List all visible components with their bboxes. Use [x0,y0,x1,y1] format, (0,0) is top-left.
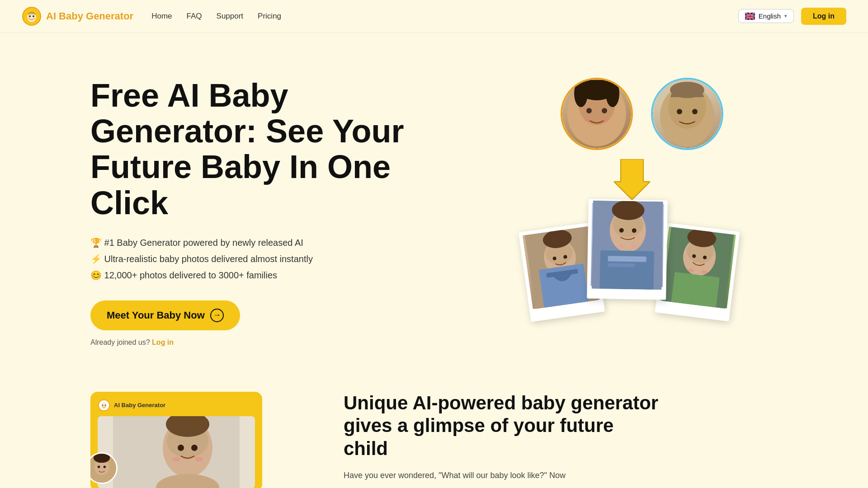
svg-point-22 [693,119,699,122]
baby2-svg [591,200,663,290]
chevron-down-icon: ▾ [784,13,787,19]
language-label: English [759,12,781,20]
dad-avatar [651,78,723,150]
svg-point-4 [28,18,30,19]
svg-point-60 [191,445,198,451]
already-text-static: Already joined us? [90,338,150,346]
lower-right-content: Unique AI-powered baby generator gives a… [344,392,660,482]
feature-item-1: 🏆 #1 Baby Generator powered by newly rel… [90,237,407,248]
cta-label: Meet Your Baby Now [107,310,205,321]
logo[interactable]: AI Baby Generator [22,6,133,26]
svg-point-62 [172,457,180,461]
nav-link-faq[interactable]: FAQ [187,12,202,20]
navbar-right: English ▾ Log in [738,8,846,25]
svg-point-19 [692,109,698,114]
uk-flag-icon [745,13,755,20]
svg-point-18 [677,109,682,114]
svg-point-5 [33,18,36,19]
hero-left: Free AI Baby Generator: See Your Future … [90,69,407,347]
lower-section: AI Baby Generator [0,374,868,488]
baby3-svg [662,227,734,309]
svg-rect-39 [608,256,646,262]
nav-item-support[interactable]: Support [217,12,244,21]
brand-name: AI Baby Generator [46,10,133,22]
lower-title: Unique AI-powered baby generator gives a… [344,392,660,460]
svg-point-14 [585,118,591,122]
login-link[interactable]: Log in [152,338,174,346]
small-avatar-svg [90,452,116,484]
baby-polaroid-2 [587,199,668,300]
app-preview-header: AI Baby Generator [98,399,255,412]
app-preview-frame: AI Baby Generator [90,392,262,488]
svg-point-53 [101,403,107,409]
svg-point-55 [105,404,106,406]
nav-item-pricing[interactable]: Pricing [258,12,281,21]
svg-point-54 [102,404,104,406]
navbar: AI Baby Generator Home FAQ Support Prici… [0,0,868,33]
already-joined-text: Already joined us? Log in [90,338,407,347]
svg-point-15 [603,118,609,122]
svg-marker-23 [614,159,650,200]
navbar-left: AI Baby Generator Home FAQ Support Prici… [22,6,281,26]
app-preview-logo-icon [98,399,110,412]
svg-point-3 [33,15,34,17]
logo-icon [22,6,42,26]
nav-link-support[interactable]: Support [217,12,244,20]
svg-point-69 [94,453,110,463]
hero-section: Free AI Baby Generator: See Your Future … [0,33,868,374]
nav-link-pricing[interactable]: Pricing [258,12,281,20]
preview-baby-svg [113,416,240,488]
arrow-down-icon [614,159,650,204]
svg-point-10 [602,108,607,113]
mom-face-svg [563,80,631,148]
nav-links: Home FAQ Support Pricing [151,12,281,21]
mom-face [562,80,631,148]
app-preview-container: AI Baby Generator [90,392,307,488]
hero-title: Free AI Baby Generator: See Your Future … [90,78,407,221]
lower-description: Have you ever wondered, "What will our b… [344,469,660,482]
mom-avatar [561,78,633,150]
dad-face-svg [653,80,721,148]
svg-point-63 [195,457,203,461]
dad-face [653,80,722,148]
cta-arrow-icon: → [210,309,224,322]
login-button[interactable]: Log in [801,8,846,25]
hero-illustration [515,69,778,322]
nav-link-home[interactable]: Home [151,12,172,20]
cta-button[interactable]: Meet Your Baby Now → [90,300,240,330]
svg-point-68 [104,465,106,468]
svg-rect-30 [538,263,589,308]
svg-point-13 [606,80,619,107]
svg-point-59 [178,445,184,451]
svg-rect-40 [608,263,635,267]
nav-item-home[interactable]: Home [151,12,172,21]
hero-features: 🏆 #1 Baby Generator powered by newly rel… [90,237,407,281]
svg-point-21 [675,119,681,122]
svg-point-67 [98,465,100,468]
svg-point-2 [29,15,31,17]
app-preview-body [98,416,255,488]
nav-item-faq[interactable]: FAQ [187,12,202,21]
baby-polaroid-3 [655,223,740,322]
feature-item-3: 😊 12,000+ photos delivered to 3000+ fami… [90,270,407,281]
app-preview-brand: AI Baby Generator [114,402,165,408]
language-selector[interactable]: English ▾ [738,9,794,23]
arrow-svg [614,159,650,200]
feature-item-2: ⚡ Ultra-realistic baby photos delivered … [90,253,407,264]
baby-photo-content-2 [591,203,664,287]
svg-point-9 [586,108,592,113]
svg-point-12 [574,80,588,107]
baby-photo-content-3 [660,227,736,309]
svg-rect-49 [671,272,719,307]
